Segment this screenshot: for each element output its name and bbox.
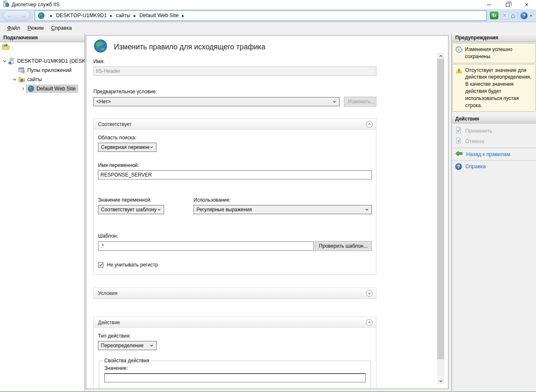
toolbar-divider xyxy=(518,12,518,19)
test-pattern-button[interactable]: Проверить шаблон... xyxy=(315,241,372,251)
breadcrumb-separator-icon: ▸ xyxy=(182,13,184,18)
action-type-value: Переопределение xyxy=(101,343,144,348)
scope-value: Серверная переменн xyxy=(101,144,149,150)
ignore-case-label: Не учитывать регистр xyxy=(107,262,158,268)
variable-value-label: Значение переменной: xyxy=(98,197,164,203)
cancel-label: Отмена xyxy=(465,138,484,144)
minimize-icon xyxy=(487,5,491,5)
help-icon[interactable]: ? xyxy=(521,12,528,19)
connections-toolbar xyxy=(0,42,85,53)
scope-select[interactable]: Серверная переменн xyxy=(98,143,157,152)
usage-value: Регулярные выражения xyxy=(196,207,252,213)
apply-action: Применить xyxy=(452,126,536,136)
match-section-header[interactable]: Соответствует xyxy=(94,119,376,130)
restore-button[interactable] xyxy=(498,0,517,9)
chevron-down-icon[interactable] xyxy=(2,59,8,63)
breadcrumb-item-site[interactable]: Default Web Site xyxy=(139,13,179,18)
action-section-title: Действие xyxy=(98,320,120,325)
breadcrumb-item-sites[interactable]: сайты xyxy=(116,13,130,18)
app-icon xyxy=(3,0,9,9)
tree-item-app-pools[interactable]: Пулы приложений xyxy=(0,66,85,75)
breadcrumb-item-server[interactable]: DESKTOP-U1MK9D1 xyxy=(56,13,107,18)
back-to-rules-link[interactable]: Назад к правилам xyxy=(452,149,536,159)
tree-item-label: DESKTOP-U1MK9D1 (DESKTO xyxy=(17,58,85,64)
precondition-select[interactable]: <Нет> xyxy=(93,97,340,106)
restore-icon xyxy=(506,3,510,7)
name-label: Имя: xyxy=(93,59,376,64)
content-area: Изменить правило для исходящего трафика … xyxy=(85,33,451,391)
info-alert-text: Изменения успешно сохранены. xyxy=(465,46,532,60)
chevron-down-icon xyxy=(157,208,161,212)
home-icon[interactable]: ⌂ xyxy=(511,12,515,19)
cancel-icon xyxy=(455,137,462,145)
scope-label: Область поиска: xyxy=(98,135,372,141)
tree-item-default-web-site[interactable]: Default Web Site xyxy=(0,84,85,93)
tree-item-sites[interactable]: сайты xyxy=(0,75,85,84)
action-type-label: Тип действия: xyxy=(98,333,372,339)
refresh-icon[interactable]: ↻ xyxy=(490,12,498,19)
back-to-rules-label: Назад к правилам xyxy=(466,151,510,157)
action-section-header[interactable]: Действие xyxy=(94,317,376,328)
breadcrumb[interactable]: ▸ DESKTOP-U1MK9D1 ▸ сайты ▸ Default Web … xyxy=(35,10,487,21)
forward-icon[interactable]: → xyxy=(21,13,26,18)
variable-name-field[interactable] xyxy=(98,170,372,179)
expand-icon[interactable] xyxy=(366,290,373,297)
chevron-down-icon[interactable] xyxy=(12,77,18,82)
value-field[interactable] xyxy=(104,373,366,382)
tree-item-label: Пулы приложений xyxy=(27,67,72,73)
chevron-down-icon xyxy=(332,100,337,104)
page-title: Изменить правило для исходящего трафика xyxy=(114,43,265,51)
connections-header: Подключения xyxy=(0,33,85,42)
vertical-scrollbar[interactable] xyxy=(437,53,444,384)
conditions-section: Условия xyxy=(93,287,376,299)
tree-item-server[interactable]: DESKTOP-U1MK9D1 (DESKTO xyxy=(0,56,85,66)
menu-file[interactable]: Файл xyxy=(3,23,24,33)
usage-select[interactable]: Регулярные выражения xyxy=(193,205,372,214)
back-icon[interactable]: ← xyxy=(7,13,13,18)
warning-alert-text: Отсутствует значение для действия переоп… xyxy=(465,67,532,109)
selected-tree-item[interactable]: Default Web Site xyxy=(26,85,78,93)
address-bar: ← → ▸ DESKTOP-U1MK9D1 ▸ сайты ▸ Default … xyxy=(0,9,536,22)
collapse-icon[interactable] xyxy=(366,121,373,128)
precondition-value: <Нет> xyxy=(96,99,111,105)
menu-help[interactable]: Справка xyxy=(47,23,75,33)
sites-folder-icon xyxy=(18,77,25,82)
variable-value-select[interactable]: Соответствует шаблону xyxy=(98,205,164,214)
close-button[interactable]: × xyxy=(517,0,536,9)
scroll-down-icon[interactable] xyxy=(437,378,444,384)
toolbar-divider xyxy=(13,44,13,51)
scroll-up-icon[interactable] xyxy=(437,53,444,59)
iis-manager-window: Диспетчер служб IIS × ← → ▸ DESKTOP-U1MK… xyxy=(0,0,536,392)
chevron-right-icon[interactable] xyxy=(20,87,26,91)
save-connection-icon[interactable] xyxy=(2,44,10,52)
apply-label: Применить xyxy=(465,128,492,134)
info-icon xyxy=(456,46,462,60)
back-arrow-icon xyxy=(455,151,463,158)
collapse-icon[interactable] xyxy=(366,319,373,326)
help-link[interactable]: ? Справка xyxy=(452,162,536,171)
actions-divider xyxy=(452,160,536,161)
action-properties-group: Свойства действия Значение: Заменить дей… xyxy=(99,358,371,389)
globe-icon xyxy=(38,12,45,19)
action-type-select[interactable]: Переопределение xyxy=(98,341,157,350)
globe-icon xyxy=(93,39,108,55)
menu-view[interactable]: Режим xyxy=(24,23,48,33)
value-label: Значение: xyxy=(104,365,366,371)
ignore-case-checkbox[interactable] xyxy=(98,262,103,268)
action-section: Действие Тип действия: Переопределение xyxy=(93,317,376,389)
help-icon: ? xyxy=(455,163,462,170)
pattern-field[interactable] xyxy=(98,241,314,251)
info-alert: Изменения успешно сохранены. xyxy=(452,43,536,63)
close-icon: × xyxy=(525,2,528,8)
minimize-button[interactable] xyxy=(479,0,498,9)
app-pools-icon xyxy=(18,67,25,74)
edit-rule-form: Изменить правило для исходящего трафика … xyxy=(86,35,448,389)
globe-icon xyxy=(28,85,34,92)
help-label: Справка xyxy=(465,164,486,169)
right-panel: Предупреждения Изменения успешно сохране… xyxy=(451,33,536,391)
help-dropdown-icon[interactable]: ▾ xyxy=(530,14,532,18)
scrollbar-thumb[interactable] xyxy=(437,59,444,359)
conditions-section-header[interactable]: Условия xyxy=(94,288,376,299)
usage-label: Использование: xyxy=(193,197,372,203)
menu-bar: Файл Режим Справка xyxy=(0,22,536,33)
